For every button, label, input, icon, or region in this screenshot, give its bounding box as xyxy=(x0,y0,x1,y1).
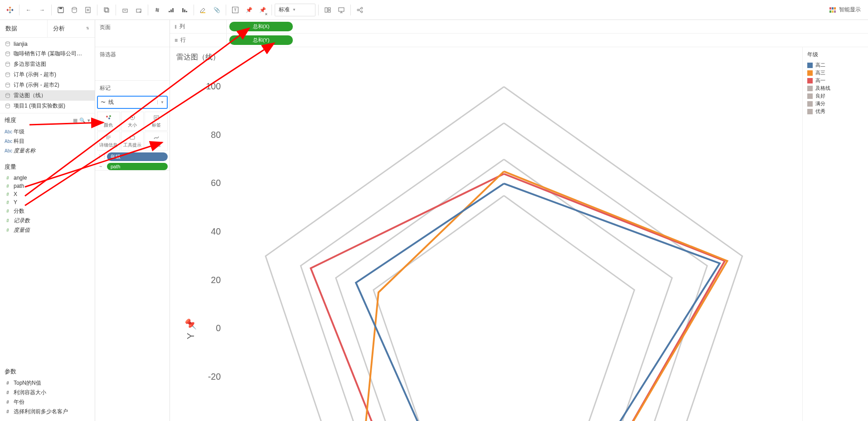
datasource-item[interactable]: 咖啡销售订单 (某咖啡公司… xyxy=(0,49,95,59)
field-item[interactable]: Abc年级 xyxy=(0,127,95,137)
clear-pin-icon[interactable]: 📌✕ xyxy=(256,4,269,16)
mark-type-select[interactable]: 〜 线 ▼ xyxy=(97,96,168,109)
datasource-item[interactable]: 项目1 (项目实验数据) xyxy=(0,101,95,111)
totals-icon[interactable]: T xyxy=(229,4,242,16)
save-icon[interactable] xyxy=(54,4,67,16)
rows-shelf[interactable]: ≡行 总和(Y) xyxy=(170,34,868,47)
mark-pill[interactable]: ~path xyxy=(97,163,168,170)
field-item[interactable]: Abc科目 xyxy=(0,137,95,146)
field-item[interactable]: #记录数 xyxy=(0,216,95,225)
main-area: 数据 分析⇅ lianjia咖啡销售订单 (某咖啡公司…多边形雷达图订单 (示例… xyxy=(0,20,868,421)
svg-rect-41 xyxy=(832,7,834,10)
datasource-item[interactable]: 订单 (示例 - 超市) xyxy=(0,69,95,80)
svg-rect-3 xyxy=(9,12,11,13)
columns-label: 列 xyxy=(179,23,185,30)
viz-title[interactable]: 雷达图（线） xyxy=(176,53,798,62)
field-item[interactable]: #利润容器大小 xyxy=(0,388,95,397)
tableau-logo-icon[interactable] xyxy=(4,4,16,16)
view-grid-icon[interactable]: ▦ xyxy=(73,117,78,123)
legend-item[interactable]: 高二 xyxy=(807,61,863,69)
pages-card[interactable]: 页面 xyxy=(95,20,170,47)
field-item[interactable]: #angle xyxy=(0,174,95,182)
mark-shelf-color[interactable]: 颜色 xyxy=(97,112,120,131)
legend-item[interactable]: 满分 xyxy=(807,100,863,108)
forward-icon[interactable]: → xyxy=(36,4,48,16)
data-analysis-tabs: 数据 分析⇅ xyxy=(0,20,95,38)
mark-shelf-size[interactable]: 大小 xyxy=(121,112,144,131)
svg-rect-43 xyxy=(829,10,831,13)
svg-point-55 xyxy=(109,115,111,117)
svg-text:20: 20 xyxy=(211,275,221,285)
svg-text:60: 60 xyxy=(211,178,221,188)
sort-asc-icon[interactable] xyxy=(165,4,177,16)
pin-icon[interactable]: 📌 xyxy=(242,4,255,16)
measures-header: 度量 xyxy=(0,160,95,173)
datasource-item[interactable]: 多边形雷达图 xyxy=(0,59,95,69)
rows-pill[interactable]: 总和(Y) xyxy=(229,35,293,45)
fit-dropdown[interactable]: 标准▼ xyxy=(275,4,315,16)
undo-icon[interactable] xyxy=(119,4,131,16)
legend-item[interactable]: 高三 xyxy=(807,69,863,77)
svg-text:-20: -20 xyxy=(208,372,221,382)
presentation-icon[interactable] xyxy=(335,4,348,16)
legend-item[interactable]: 及格线 xyxy=(807,84,863,92)
field-item[interactable]: #TopN的N值 xyxy=(0,378,95,388)
svg-point-57 xyxy=(131,117,133,118)
svg-rect-26 xyxy=(184,10,185,12)
swap-icon[interactable] xyxy=(151,4,164,16)
field-item[interactable]: #度量值 xyxy=(0,225,95,235)
datasource-list: lianjia咖啡销售订单 (某咖啡公司…多边形雷达图订单 (示例 - 超市)订… xyxy=(0,38,95,113)
legend-item[interactable]: 优秀 xyxy=(807,108,863,115)
svg-text:80: 80 xyxy=(211,130,221,140)
tab-analysis[interactable]: 分析⇅ xyxy=(48,20,95,37)
data-panel: 数据 分析⇅ lianjia咖啡销售订单 (某咖啡公司…多边形雷达图订单 (示例… xyxy=(0,20,95,421)
pages-label: 页面 xyxy=(95,20,170,35)
field-item[interactable]: #分数 xyxy=(0,206,95,216)
mark-pill[interactable]: ⋮⋮年级 xyxy=(97,152,168,161)
caret-icon[interactable]: ▾ xyxy=(87,117,90,123)
field-item[interactable]: #path xyxy=(0,182,95,190)
svg-rect-44 xyxy=(832,10,834,13)
legend-item[interactable]: 高一 xyxy=(807,77,863,84)
mark-shelf-path[interactable]: 路径 xyxy=(145,132,168,151)
show-me-button[interactable]: 智能显示 xyxy=(825,4,864,15)
clear-icon[interactable] xyxy=(132,4,145,16)
color-legend[interactable]: 年级 高二高三高一及格线良好满分优秀 xyxy=(802,47,868,421)
mark-shelf-label[interactable]: 标签 xyxy=(145,112,168,131)
viz-wrap: 雷达图（线） -100-80-60-40-20020406080100-100-… xyxy=(170,47,868,421)
measures-list: #angle#path#X#Y#分数#记录数#度量值 xyxy=(0,173,95,240)
highlight-icon[interactable] xyxy=(197,4,209,16)
filters-card[interactable]: 筛选器 xyxy=(95,47,170,81)
tab-data[interactable]: 数据 xyxy=(0,20,48,37)
mark-shelf-tooltip[interactable]: 工具提示 xyxy=(121,132,144,151)
toolbar-sep xyxy=(272,5,272,15)
toolbar-sep xyxy=(194,5,194,15)
attach-icon[interactable]: 📎 xyxy=(210,4,223,16)
back-icon[interactable]: ← xyxy=(22,4,35,16)
search-icon[interactable]: 🔍 xyxy=(79,117,86,123)
radar-chart[interactable]: -100-80-60-40-20020406080100-100-80-60-4… xyxy=(175,65,798,421)
columns-pill[interactable]: 总和(X) xyxy=(229,22,293,31)
columns-shelf[interactable]: ⦀列 总和(X) xyxy=(170,20,868,34)
datasource-item[interactable]: lianjia xyxy=(0,39,95,49)
field-item[interactable]: #X xyxy=(0,190,95,198)
line-icon: 〜 xyxy=(101,99,106,106)
sort-desc-icon[interactable] xyxy=(178,4,191,16)
svg-point-52 xyxy=(6,103,10,105)
field-item[interactable]: Abc度量名称 xyxy=(0,146,95,156)
duplicate-icon[interactable] xyxy=(100,4,113,16)
main-toolbar: ← → 📎 T 📌 📌✕ 标准▼ 智能显示 xyxy=(0,0,868,20)
new-datasource-icon[interactable] xyxy=(68,4,81,16)
field-item[interactable]: #年份 xyxy=(0,397,95,407)
svg-text:100: 100 xyxy=(206,81,221,91)
field-item[interactable]: #Y xyxy=(0,198,95,206)
mark-shelf-detail[interactable]: 详细信息 xyxy=(97,132,120,151)
toolbar-sep xyxy=(350,5,351,15)
datasource-item[interactable]: 订单 (示例 - 超市2) xyxy=(0,80,95,90)
datasource-item[interactable]: 雷达图（线） xyxy=(0,90,95,101)
field-item[interactable]: #选择利润前多少名客户 xyxy=(0,407,95,416)
show-cards-icon[interactable] xyxy=(321,4,334,16)
share-icon[interactable] xyxy=(354,4,366,16)
new-sheet-icon[interactable] xyxy=(82,4,94,16)
legend-item[interactable]: 良好 xyxy=(807,92,863,100)
